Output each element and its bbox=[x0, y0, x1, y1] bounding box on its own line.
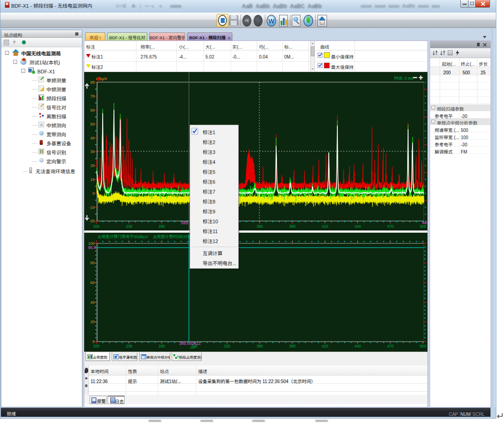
svg-text:30: 30 bbox=[91, 149, 95, 154]
svg-text:350: 350 bbox=[256, 223, 263, 229]
svg-text:470: 470 bbox=[387, 223, 394, 229]
svg-text:60: 60 bbox=[91, 280, 95, 285]
svg-text:20: 20 bbox=[91, 319, 95, 324]
svg-text:410: 410 bbox=[322, 223, 328, 229]
svg-text:占用度计算门限电平30dBμV 占用度计算时间5分钟: 占用度计算门限电平30dBμV 占用度计算时间5分钟 bbox=[97, 234, 191, 239]
svg-text:230: 230 bbox=[126, 223, 132, 229]
svg-text:200: 200 bbox=[93, 223, 100, 229]
svg-text:40: 40 bbox=[91, 299, 95, 305]
svg-text:290: 290 bbox=[190, 345, 196, 350]
svg-text:0: 0 bbox=[92, 190, 95, 196]
svg-text:MHz: MHz bbox=[422, 220, 427, 226]
svg-text:95.5: 95.5 bbox=[88, 244, 96, 250]
svg-text:260: 260 bbox=[159, 223, 165, 229]
svg-text:285.: 285. bbox=[181, 220, 189, 226]
svg-text:380: 380 bbox=[289, 223, 295, 229]
svg-text:440: 440 bbox=[354, 223, 361, 229]
svg-text:时间: 0 ms: 时间: 0 ms bbox=[394, 75, 413, 81]
svg-text:80: 80 bbox=[91, 260, 95, 265]
